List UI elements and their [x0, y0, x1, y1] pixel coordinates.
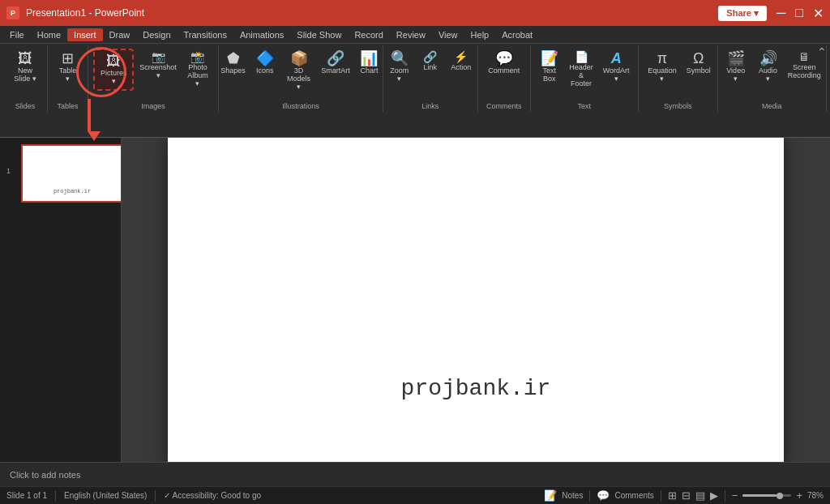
slideshow-icon[interactable]: ▶: [710, 489, 718, 502]
zoom-icon: 🔍: [391, 51, 409, 66]
smartart-icon: 🔗: [327, 51, 344, 66]
zoom-slider-fill: [742, 494, 777, 497]
notes-hint: Click to add notes: [10, 470, 80, 480]
ribbon-btn-chart[interactable]: 📊 Chart: [354, 49, 383, 78]
ribbon-label-symbols: Symbols: [639, 102, 717, 110]
share-button[interactable]: Share ▾: [718, 6, 767, 21]
zoom-out-icon[interactable]: −: [732, 489, 738, 502]
menu-file[interactable]: File: [3, 28, 31, 41]
menu-transitions[interactable]: Transitions: [178, 28, 233, 41]
zoom-slider[interactable]: [742, 494, 791, 497]
ribbon-label-comments: Comments: [478, 102, 530, 110]
slide-panel: 1 projbank.ir: [0, 138, 122, 462]
ribbon-btn-shapes[interactable]: ⬟ Shapes: [217, 49, 248, 78]
ribbon-label-text: Text: [531, 102, 638, 110]
slide-watermark: projbank.ir: [401, 376, 551, 401]
ribbon-btn-3d-models[interactable]: 📦 3DModels ▾: [281, 49, 317, 94]
ribbon-btn-icons[interactable]: 🔷 Icons: [250, 49, 280, 78]
ribbon-media-items: 🎬 Video ▾ 🔊 Audio ▾ 🖥 ScreenRecording: [721, 49, 824, 109]
header-footer-icon: 📄: [575, 51, 588, 62]
language-indicator: English (United States): [64, 491, 147, 500]
wordart-icon: A: [611, 51, 622, 66]
ribbon-btn-screenshot[interactable]: 📷 Screenshot ▾: [135, 49, 180, 83]
menu-help[interactable]: Help: [464, 28, 496, 41]
menu-view[interactable]: View: [432, 28, 464, 41]
zoom-level[interactable]: 78%: [807, 491, 824, 500]
slide-info: Slide 1 of 1: [6, 491, 47, 500]
ribbon-btn-table[interactable]: ⊞ Table ▾: [53, 49, 83, 86]
ribbon-btn-pictures[interactable]: 🖼 Pictures ▾: [93, 49, 134, 91]
ribbon-btn-photo-album[interactable]: 📸 PhotoAlbum ▾: [182, 49, 213, 91]
ribbon-btn-textbox[interactable]: 📝 TextBox: [535, 49, 564, 86]
equation-icon: π: [657, 51, 667, 66]
ribbon-label-slides: Slides: [3, 102, 47, 110]
action-icon: ⚡: [454, 51, 468, 62]
3d-models-icon: 📦: [290, 51, 308, 66]
slide-number: 1: [6, 167, 11, 175]
status-right: 📝 Notes 💬 Comments ⊞ ⊟ ▤ ▶ − + 78%: [544, 489, 824, 502]
ribbon-symbols-items: π Equation ▾ Ω Symbol: [643, 49, 714, 109]
maximize-button[interactable]: □: [795, 6, 803, 20]
ribbon-comments-items: 💬 Comment: [484, 49, 524, 109]
ribbon-group-links: 🔍 Zoom ▾ 🔗 Link ⚡ Action Links: [383, 45, 478, 112]
menu-review[interactable]: Review: [390, 28, 432, 41]
ribbon-btn-audio[interactable]: 🔊 Audio ▾: [753, 49, 784, 86]
slide-sorter-icon[interactable]: ⊟: [682, 489, 691, 502]
comments-label[interactable]: Comments: [614, 491, 653, 500]
screenshot-icon: 📷: [152, 51, 165, 62]
ribbon-links-items: 🔍 Zoom ▾ 🔗 Link ⚡ Action: [385, 49, 476, 109]
normal-view-icon[interactable]: ⊞: [668, 489, 677, 502]
menu-slideshow[interactable]: Slide Show: [290, 28, 348, 41]
menu-animations[interactable]: Animations: [233, 28, 290, 41]
ribbon-images-items: 🖼 Pictures ▾ 📷 Screenshot ▾ 📸 PhotoAlbum…: [93, 49, 213, 109]
ribbon-btn-equation[interactable]: π Equation ▾: [643, 49, 682, 86]
reading-view-icon[interactable]: ▤: [695, 489, 705, 502]
app-body: 1 projbank.ir projbank.ir: [0, 138, 830, 462]
notes-bar[interactable]: Click to add notes: [0, 462, 830, 486]
ribbon-btn-new-slide[interactable]: 🖼 NewSlide ▾: [10, 49, 41, 86]
ribbon-btn-action[interactable]: ⚡ Action: [447, 49, 476, 75]
ribbon-btn-comment[interactable]: 💬 Comment: [484, 49, 524, 78]
icons-icon: 🔷: [256, 51, 274, 66]
zoom-slider-thumb: [777, 493, 783, 499]
close-button[interactable]: ✕: [813, 6, 824, 21]
symbol-icon: Ω: [693, 51, 704, 66]
ribbon-group-text: 📝 TextBox 📄 Header& Footer A WordArt ▾ T…: [531, 45, 639, 112]
comments-toggle-icon[interactable]: 💬: [597, 489, 610, 502]
menu-acrobat[interactable]: Acrobat: [495, 28, 539, 41]
ribbon-btn-wordart[interactable]: A WordArt ▾: [598, 49, 634, 86]
accessibility-indicator: ✓ Accessibility: Good to go: [164, 491, 261, 500]
menu-record[interactable]: Record: [348, 28, 389, 41]
notes-toggle-icon[interactable]: 📝: [544, 489, 557, 502]
menu-bar: File Home Insert Draw Design Transitions…: [0, 26, 830, 44]
ribbon-group-tables: ⊞ Table ▾ Tables: [48, 45, 88, 112]
zoom-in-icon[interactable]: +: [796, 489, 802, 502]
ribbon-btn-smartart[interactable]: 🔗 SmartArt: [319, 49, 353, 78]
menu-home[interactable]: Home: [31, 28, 67, 41]
status-divider-1: [55, 490, 56, 502]
ribbon-group-media: 🎬 Video ▾ 🔊 Audio ▾ 🖥 ScreenRecording Me…: [718, 45, 827, 112]
notes-label[interactable]: Notes: [562, 491, 583, 500]
ribbon-label-tables: Tables: [48, 102, 88, 110]
menu-insert[interactable]: Insert: [67, 28, 103, 41]
ribbon-btn-link[interactable]: 🔗 Link: [416, 49, 445, 75]
minimize-button[interactable]: ─: [777, 6, 785, 20]
photo-album-icon: 📸: [190, 51, 204, 62]
ribbon-expand-button[interactable]: ⌃: [817, 45, 827, 58]
ribbon-btn-symbol[interactable]: Ω Symbol: [683, 49, 713, 78]
ribbon-btn-header-footer[interactable]: 📄 Header& Footer: [566, 49, 597, 91]
menu-design[interactable]: Design: [136, 28, 177, 41]
app-icon: P: [6, 6, 19, 19]
slide-thumbnail[interactable]: projbank.ir: [21, 144, 122, 203]
menu-draw[interactable]: Draw: [103, 28, 137, 41]
table-icon: ⊞: [62, 51, 74, 66]
video-icon: 🎬: [727, 51, 745, 66]
status-divider-3: [589, 490, 590, 502]
status-left: Slide 1 of 1 English (United States) ✓ A…: [6, 490, 261, 502]
ribbon-group-symbols: π Equation ▾ Ω Symbol Symbols: [639, 45, 718, 112]
slide-canvas[interactable]: projbank.ir: [168, 138, 784, 462]
ribbon-btn-video[interactable]: 🎬 Video ▾: [721, 49, 751, 86]
ribbon-btn-zoom[interactable]: 🔍 Zoom ▾: [385, 49, 414, 86]
textbox-icon: 📝: [541, 51, 558, 66]
status-bar: Slide 1 of 1 English (United States) ✓ A…: [0, 486, 830, 504]
